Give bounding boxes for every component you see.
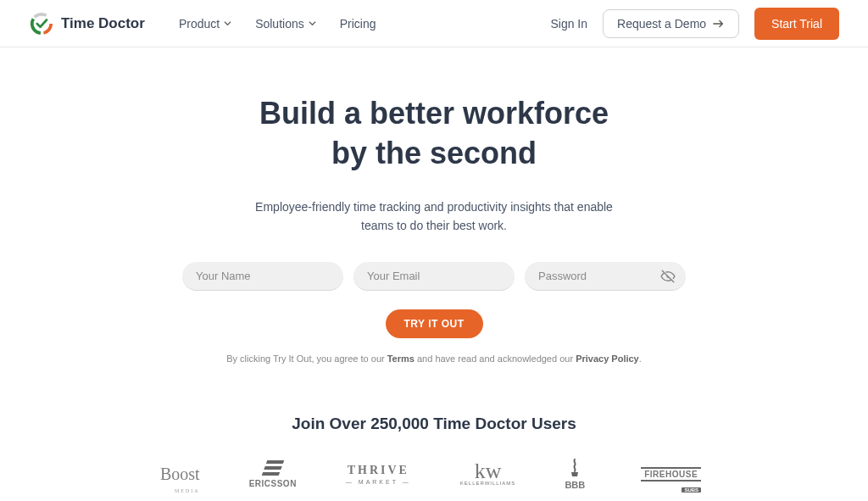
signup-form (0, 262, 868, 291)
hero-section: Build a better workforce by the second E… (0, 47, 868, 364)
try-it-out-button[interactable]: TRY IT OUT (386, 309, 483, 338)
hero-title-line2: by the second (331, 136, 537, 170)
logo-icon (29, 11, 54, 36)
brand-name: Time Doctor (61, 15, 145, 32)
client-logo-kw: kw KELLERWILLIAMS (460, 457, 516, 491)
terms-link[interactable]: Terms (387, 353, 415, 364)
eye-off-icon[interactable] (660, 269, 676, 284)
signin-link[interactable]: Sign In (550, 17, 587, 31)
demo-label: Request a Demo (617, 17, 706, 31)
nav-item-product[interactable]: Product (179, 17, 231, 31)
start-trial-button[interactable]: Start Trial (754, 8, 839, 40)
hero-title: Build a better workforce by the second (0, 94, 868, 174)
client-logo-boost: Boost MEDIA (160, 457, 200, 491)
users-section: Join Over 250,000 Time Doctor Users Boos… (0, 415, 868, 491)
bbb-text: BBB (565, 480, 585, 490)
nav-right: Sign In Request a Demo Start Trial (550, 8, 839, 40)
brand-logo[interactable]: Time Doctor (29, 11, 145, 36)
name-field-wrap (182, 262, 343, 291)
consent-suffix: . (639, 353, 642, 364)
request-demo-button[interactable]: Request a Demo (603, 9, 739, 38)
thrive-sub: — MARKET — (346, 479, 411, 485)
client-logos-row: Boost MEDIA ERICSSON THRIVE — MARKET — k… (0, 457, 868, 491)
consent-text: By clicking Try It Out, you agree to our… (0, 353, 868, 364)
kw-main: kw (475, 463, 502, 481)
password-field-wrap (525, 262, 686, 291)
client-logo-bbb: BBB (565, 457, 585, 491)
consent-prefix: By clicking Try It Out, you agree to our (226, 353, 387, 364)
firehouse-main: FIREHOUSE (641, 467, 701, 482)
kw-sub: KELLERWILLIAMS (460, 481, 516, 486)
nav-item-solutions[interactable]: Solutions (255, 17, 316, 31)
consent-middle: and have read and acknowledged our (415, 353, 576, 364)
client-logo-ericsson: ERICSSON (249, 457, 297, 491)
chevron-down-icon (224, 19, 231, 27)
navbar: Time Doctor Product Solutions Pricing Si… (0, 0, 868, 47)
firehouse-sub: SUBS (682, 487, 701, 493)
email-field-wrap (353, 262, 515, 291)
nav-links: Product Solutions Pricing (179, 17, 376, 31)
users-heading: Join Over 250,000 Time Doctor Users (0, 415, 868, 433)
thrive-main: THRIVE (348, 464, 409, 477)
hero-subtitle: Employee-friendly time tracking and prod… (0, 198, 868, 236)
client-logo-thrive: THRIVE — MARKET — (346, 457, 411, 491)
hero-subtitle-line2: teams to do their best work. (361, 219, 507, 232)
hero-subtitle-line1: Employee-friendly time tracking and prod… (255, 200, 613, 214)
ericsson-bars-icon (261, 460, 284, 476)
boost-text: Boost (160, 465, 200, 484)
arrow-right-icon (713, 19, 725, 29)
nav-label: Pricing (340, 17, 376, 31)
client-logo-firehouse: FIREHOUSE SUBS (634, 457, 708, 491)
email-input[interactable] (353, 262, 515, 291)
boost-sub: MEDIA (175, 488, 200, 493)
chevron-down-icon (309, 19, 316, 27)
torch-icon (568, 459, 581, 480)
nav-label: Solutions (255, 17, 304, 31)
hero-title-line1: Build a better workforce (259, 96, 609, 131)
name-input[interactable] (182, 262, 343, 291)
privacy-link[interactable]: Privacy Policy (576, 353, 639, 364)
ericsson-text: ERICSSON (249, 479, 297, 488)
nav-label: Product (179, 17, 220, 31)
nav-item-pricing[interactable]: Pricing (340, 17, 376, 31)
